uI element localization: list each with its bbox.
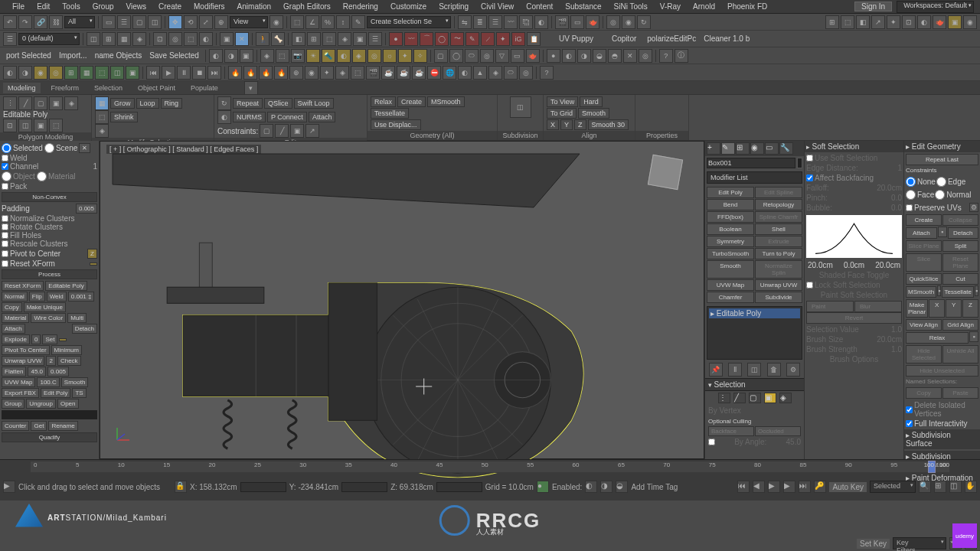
fire-c-icon[interactable]: 🔥 xyxy=(259,66,273,80)
make-planar-button[interactable]: Make Planar xyxy=(906,299,928,318)
brush-options-button[interactable]: Brush Options xyxy=(830,355,878,364)
fire-j-icon[interactable]: 🎬 xyxy=(366,66,380,80)
tool-f-icon[interactable]: ◧ xyxy=(856,15,870,29)
brush-size-val[interactable]: 20.0cm xyxy=(877,335,902,344)
spline-t7-icon[interactable]: ⟋ xyxy=(481,32,495,46)
percent-snap-icon[interactable]: % xyxy=(321,15,335,29)
unwrap-button[interactable]: Unwrap UVW xyxy=(2,356,44,366)
properties-group-label[interactable]: Properties xyxy=(635,131,688,140)
relax-settings-icon[interactable]: ▪ xyxy=(969,331,978,342)
paint-button[interactable]: Paint xyxy=(806,301,854,312)
mod-splinechamf[interactable]: Spline Chamfr xyxy=(755,211,802,223)
light-ies-icon[interactable]: ✦ xyxy=(398,49,412,63)
resetx-check[interactable] xyxy=(2,260,8,267)
copitor-label[interactable]: Copitor xyxy=(612,34,636,43)
copy-button[interactable]: Copy xyxy=(2,302,22,312)
selected-radio[interactable] xyxy=(2,143,11,153)
menu-substance[interactable]: Substance xyxy=(559,2,607,11)
t2m-icon[interactable]: ▣ xyxy=(353,32,367,46)
cut-button[interactable]: Cut xyxy=(942,273,978,285)
selection-set-dropdown[interactable]: 0 (default) xyxy=(18,33,80,45)
scene-explorer-icon[interactable]: ☰ xyxy=(3,32,17,46)
spinner-snap-icon[interactable]: ↕ xyxy=(336,15,350,29)
mod-ffd[interactable]: FFD(box) xyxy=(707,211,754,223)
mod-symmetry[interactable]: Symmetry xyxy=(707,236,754,247)
relax-ribbon-button[interactable]: Relax xyxy=(371,96,396,107)
selection-rollout[interactable]: ▾ Selection xyxy=(705,378,804,391)
tool-h-icon[interactable]: ✦ xyxy=(887,15,900,29)
t4i-icon[interactable]: ▣ xyxy=(126,66,139,80)
set-button[interactable]: Set xyxy=(42,334,57,344)
t4e-icon[interactable]: ⊞ xyxy=(64,66,78,80)
t2i-icon[interactable]: ◧ xyxy=(292,32,305,46)
geometry-all-label[interactable]: Geometry (All) xyxy=(368,131,497,140)
pinch-val[interactable]: 0.0 xyxy=(891,194,902,202)
t4f-icon[interactable]: ▦ xyxy=(80,66,93,80)
make-planar-big-icon[interactable]: ◫ xyxy=(510,96,531,118)
backface-button[interactable]: Backface xyxy=(708,426,754,436)
light-sun-icon[interactable]: ☼ xyxy=(383,49,397,63)
undo-icon[interactable]: ↶ xyxy=(3,15,17,29)
key-mode-icon[interactable]: 🔑 xyxy=(814,481,826,493)
t3b-icon[interactable]: ◑ xyxy=(224,49,238,63)
rename-button[interactable]: Rename xyxy=(48,421,77,431)
pivot-center-button[interactable]: Pivot To Center xyxy=(2,345,50,355)
pin-stack-icon[interactable]: 📌 xyxy=(709,363,723,377)
select-rotate-icon[interactable]: ⟲ xyxy=(184,15,198,29)
qslice-button[interactable]: QSlice xyxy=(264,98,292,109)
spline-t6-icon[interactable]: ✎ xyxy=(466,32,479,46)
geo-plane-icon[interactable]: ▭ xyxy=(511,49,524,63)
minimum-button[interactable]: Minimum xyxy=(51,345,82,355)
r1b-icon[interactable]: ◫ xyxy=(18,119,32,132)
selection-filter-dropdown[interactable]: All xyxy=(64,16,95,28)
pause-icon[interactable]: ⏸ xyxy=(177,66,191,80)
mod-turbosmooth[interactable]: TurboSmooth xyxy=(707,248,754,259)
edge-dist-val[interactable]: 1 xyxy=(897,164,902,172)
config-mod-icon[interactable]: ⚙ xyxy=(786,363,800,377)
detach-geom-button[interactable]: Detach xyxy=(948,227,979,239)
align-icon[interactable]: ≣ xyxy=(473,15,487,29)
use-soft-sel-check[interactable] xyxy=(806,155,813,161)
menu-animation[interactable]: Animation xyxy=(231,2,277,11)
t3q-icon[interactable]: ◐ xyxy=(562,49,576,63)
rescale-check[interactable] xyxy=(2,240,8,247)
t3a-icon[interactable]: ◐ xyxy=(209,49,223,63)
weld2-button[interactable]: Weld xyxy=(47,292,67,302)
geo-torus-icon[interactable]: ◎ xyxy=(480,49,494,63)
preserve-uvs-check[interactable] xyxy=(906,204,913,211)
sel-vertex-icon[interactable]: ⋮ xyxy=(718,393,730,403)
menu-tools[interactable]: Tools xyxy=(56,2,86,11)
by-angle-value[interactable]: 45.0 xyxy=(786,438,801,446)
tool-i-icon[interactable]: ⊡ xyxy=(902,15,916,29)
render-frame-icon[interactable]: ▭ xyxy=(570,15,584,29)
smooth-button[interactable]: Smooth xyxy=(61,377,89,387)
t2a-icon[interactable]: ▦ xyxy=(117,32,131,46)
so-vertex-icon[interactable]: ⋮ xyxy=(3,96,17,110)
mod-unwrap[interactable]: Unwrap UVW xyxy=(755,279,802,291)
light-mesh-icon[interactable]: ✧ xyxy=(413,49,427,63)
cup-b-icon[interactable]: ☕ xyxy=(397,66,410,80)
play-icon[interactable]: ▶ xyxy=(162,66,175,80)
so-border-icon[interactable]: ▢ xyxy=(34,96,47,110)
process-button[interactable]: Process xyxy=(2,269,97,279)
modifier-stack[interactable]: ▸ Editable Poly xyxy=(707,306,802,360)
msmooth-settings-icon[interactable]: ▪ xyxy=(937,285,941,296)
spline-t2-icon[interactable]: 〰 xyxy=(404,32,418,46)
window-crossing-icon[interactable]: ◫ xyxy=(148,15,162,29)
so-edge-icon[interactable]: ╱ xyxy=(18,96,32,110)
nav-zoomall-icon[interactable]: ⊞ xyxy=(934,481,946,493)
explode-val[interactable]: 0 xyxy=(31,334,41,344)
split-button[interactable]: Split xyxy=(942,240,978,252)
tab-populate[interactable]: Populate xyxy=(186,83,223,93)
t2b-icon[interactable]: ◈ xyxy=(132,32,146,46)
t2n-icon[interactable]: ☰ xyxy=(368,32,382,46)
object-name-input[interactable] xyxy=(707,158,795,168)
hard-button[interactable]: Hard xyxy=(580,96,603,107)
attach-button[interactable]: Attach xyxy=(2,324,25,334)
r2c-icon[interactable]: ◈ xyxy=(95,124,109,138)
ref-coord-dropdown[interactable]: View xyxy=(230,16,268,28)
pivot-z-button[interactable]: Z xyxy=(87,249,97,259)
fire-d-icon[interactable]: 🔥 xyxy=(274,66,288,80)
show-end-icon[interactable]: Ⅱ xyxy=(728,363,742,377)
geo-box-icon[interactable]: ▢ xyxy=(434,49,448,63)
